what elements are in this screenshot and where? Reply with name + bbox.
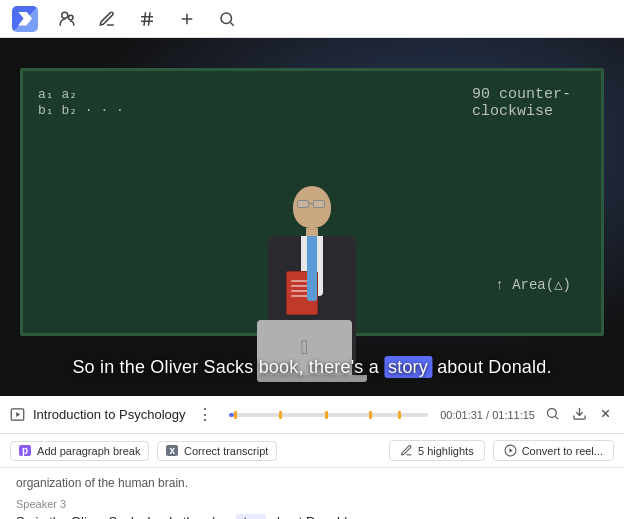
- svg-marker-10: [16, 412, 20, 417]
- video-subtitle: So in the Oliver Sacks book, there's a s…: [72, 357, 551, 378]
- convert-label: Convert to reel...: [522, 445, 603, 457]
- highlights-icon: [400, 444, 413, 457]
- progress-marker: [398, 411, 401, 419]
- speaker-3-label: Speaker 3: [16, 498, 608, 510]
- search-circle-icon[interactable]: [216, 8, 238, 30]
- transcript-word-highlight: story: [236, 514, 266, 519]
- correct-tag-letter: x: [166, 445, 178, 456]
- bottom-section: p Add paragraph break x Correct transcri…: [0, 434, 624, 519]
- search-button[interactable]: [543, 404, 562, 426]
- paragraph-tag-letter: p: [19, 445, 31, 456]
- transcript-before: So in the Oliver Sacks book, there's a: [16, 514, 236, 519]
- hash-icon[interactable]: [136, 8, 158, 30]
- svg-line-4: [144, 12, 146, 26]
- add-paragraph-button[interactable]: p Add paragraph break: [10, 441, 149, 461]
- highlights-count: 5 highlights: [418, 445, 474, 457]
- video-controls-bar: Introduction to Psychology ⋮ 00:01:31 / …: [0, 396, 624, 434]
- add-paragraph-label: Add paragraph break: [37, 445, 140, 457]
- svg-line-5: [149, 12, 151, 26]
- svg-point-8: [221, 13, 232, 24]
- progress-marker: [234, 411, 237, 419]
- plus-icon[interactable]: [176, 8, 198, 30]
- progress-marker: [279, 411, 282, 419]
- subtitle-highlight: story: [384, 356, 432, 378]
- transcript-area: organization of the human brain. Speaker…: [0, 468, 624, 519]
- progress-bar[interactable]: [229, 413, 428, 417]
- chalk-text-1: a₁ a₂b₁ b₂ · · ·: [38, 86, 124, 118]
- transcript-after: about Donald.: [266, 514, 351, 519]
- transcript-org-line: organization of the human brain.: [16, 476, 608, 490]
- video-icon: [10, 407, 25, 422]
- progress-marker: [369, 411, 372, 419]
- progress-markers: [229, 411, 428, 419]
- transcript-line-1: So in the Oliver Sacks book, there's a s…: [16, 512, 608, 519]
- pen-icon[interactable]: [96, 8, 118, 30]
- svg-point-1: [69, 15, 74, 20]
- people-icon[interactable]: [56, 8, 78, 30]
- video-player[interactable]: a₁ a₂b₁ b₂ · · · 90 counter-clockwise ↑ …: [0, 38, 624, 396]
- correct-transcript-button[interactable]: x Correct transcript: [157, 441, 277, 461]
- close-button[interactable]: [597, 404, 614, 425]
- action-bar: p Add paragraph break x Correct transcri…: [0, 434, 624, 468]
- more-options-button[interactable]: ⋮: [193, 403, 217, 426]
- highlights-button[interactable]: 5 highlights: [389, 440, 485, 461]
- person-head: [293, 186, 331, 228]
- time-display: 00:01:31 / 01:11:15: [440, 409, 535, 421]
- correct-transcript-label: Correct transcript: [184, 445, 268, 457]
- progress-marker: [325, 411, 328, 419]
- top-toolbar: [0, 0, 624, 38]
- svg-point-11: [548, 408, 557, 417]
- video-title: Introduction to Psychology: [33, 407, 185, 422]
- download-button[interactable]: [570, 404, 589, 426]
- convert-to-reel-button[interactable]: Convert to reel...: [493, 440, 614, 461]
- app-logo[interactable]: [12, 6, 38, 32]
- chalk-text-3: ↑ Area(△): [495, 276, 571, 293]
- svg-marker-16: [509, 448, 512, 452]
- chalk-text-2: 90 counter-clockwise: [472, 86, 571, 120]
- convert-icon: [504, 444, 517, 457]
- svg-point-0: [62, 12, 68, 18]
